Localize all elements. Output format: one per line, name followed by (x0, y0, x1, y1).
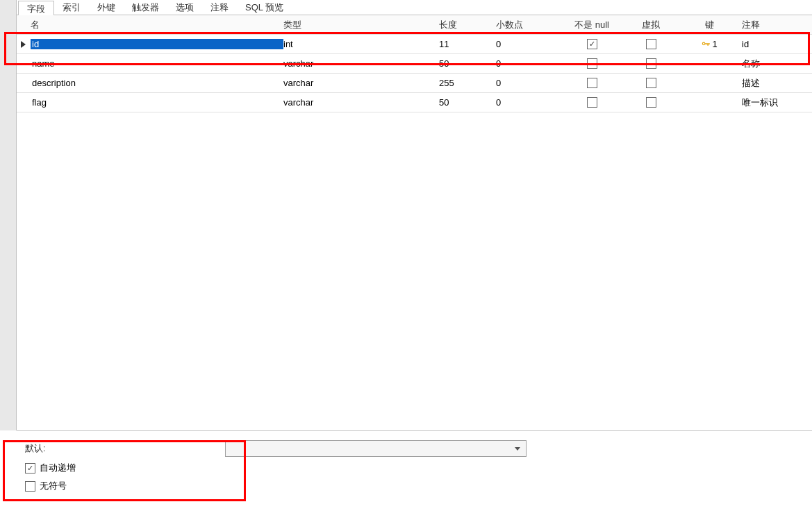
header-name[interactable]: 名 (29, 19, 283, 31)
table-row[interactable]: flag varchar 50 0 唯一标识 (17, 93, 812, 112)
tab-comment[interactable]: 注释 (202, 0, 237, 15)
notnull-checkbox[interactable] (587, 39, 597, 49)
cell-comment[interactable]: 名称 (739, 58, 812, 70)
virtual-checkbox[interactable] (646, 78, 656, 88)
current-row-marker-icon (21, 41, 26, 48)
auto-increment-label: 自动递增 (40, 462, 76, 474)
tab-fields[interactable]: 字段 (18, 1, 54, 16)
key-icon (701, 40, 711, 49)
cell-decimal[interactable]: 0 (496, 97, 561, 108)
cell-key[interactable]: 1 (679, 39, 739, 49)
cell-decimal[interactable]: 0 (496, 39, 561, 49)
cell-name[interactable]: flag (31, 97, 283, 108)
grid-header-row: 名 类型 长度 小数点 不是 null 虚拟 键 注释 (17, 15, 812, 35)
cell-name[interactable]: id (31, 39, 283, 49)
tab-indexes[interactable]: 索引 (54, 0, 89, 15)
tab-triggers[interactable]: 触发器 (124, 0, 167, 15)
left-gutter (0, 0, 17, 430)
header-key[interactable]: 键 (679, 19, 739, 31)
cell-decimal[interactable]: 0 (496, 78, 561, 88)
cell-comment[interactable]: 唯一标识 (739, 97, 812, 109)
cell-length[interactable]: 11 (439, 39, 496, 49)
virtual-checkbox[interactable] (646, 39, 656, 49)
cell-type[interactable]: varchar (283, 58, 439, 69)
cell-name[interactable]: description (31, 78, 283, 88)
cell-type[interactable]: varchar (283, 78, 439, 88)
default-value-dropdown[interactable] (225, 440, 527, 457)
fields-grid: 名 类型 长度 小数点 不是 null 虚拟 键 注释 id int 11 0 … (17, 15, 812, 112)
cell-type[interactable]: varchar (283, 97, 439, 108)
header-notnull[interactable]: 不是 null (561, 19, 622, 31)
tab-sql-preview[interactable]: SQL 预览 (237, 0, 292, 15)
virtual-checkbox[interactable] (646, 58, 656, 69)
notnull-checkbox[interactable] (587, 97, 597, 108)
cell-length[interactable]: 50 (439, 58, 496, 69)
header-comment[interactable]: 注释 (739, 19, 812, 31)
cell-comment[interactable]: 描述 (739, 77, 812, 90)
cell-type[interactable]: int (283, 39, 439, 49)
table-row[interactable]: name varchar 50 0 名称 (17, 54, 812, 74)
unsigned-label: 无符号 (40, 480, 67, 492)
auto-increment-checkbox[interactable] (25, 463, 35, 474)
table-row[interactable]: id int 11 0 1 id (17, 35, 812, 54)
notnull-checkbox[interactable] (587, 78, 597, 88)
header-decimal[interactable]: 小数点 (496, 19, 561, 31)
tab-bar: 字段 索引 外键 触发器 选项 注释 SQL 预览 (17, 0, 812, 15)
table-row[interactable]: description varchar 255 0 描述 (17, 74, 812, 93)
cell-length[interactable]: 255 (439, 78, 496, 88)
cell-comment[interactable]: id (739, 39, 812, 49)
unsigned-checkbox[interactable] (25, 481, 35, 492)
header-type[interactable]: 类型 (283, 19, 439, 31)
header-virtual[interactable]: 虚拟 (622, 19, 679, 31)
virtual-checkbox[interactable] (646, 97, 656, 108)
notnull-checkbox[interactable] (587, 58, 597, 69)
tab-foreign-keys[interactable]: 外键 (89, 0, 124, 15)
tab-options[interactable]: 选项 (167, 0, 202, 15)
field-properties-panel: 默认: 自动递增 无符号 (17, 430, 812, 502)
default-label: 默认: (25, 442, 219, 455)
cell-length[interactable]: 50 (439, 97, 496, 108)
cell-decimal[interactable]: 0 (496, 58, 561, 69)
header-length[interactable]: 长度 (439, 19, 496, 31)
cell-name[interactable]: name (31, 58, 283, 69)
